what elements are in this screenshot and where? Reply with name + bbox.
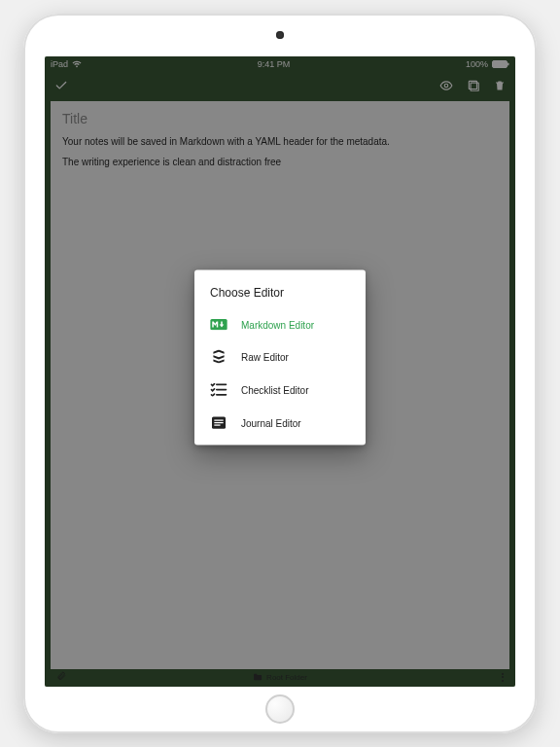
raw-icon <box>210 350 228 364</box>
option-journal-editor[interactable]: Journal Editor <box>194 407 366 440</box>
option-raw-editor[interactable]: Raw Editor <box>194 340 366 374</box>
svg-rect-9 <box>214 424 220 425</box>
option-label: Markdown Editor <box>241 319 314 330</box>
front-camera <box>276 31 284 39</box>
markdown-icon <box>210 319 228 331</box>
svg-rect-8 <box>214 422 223 423</box>
svg-rect-7 <box>214 419 223 420</box>
home-button[interactable] <box>265 694 295 724</box>
tablet-frame: iPad 9:41 PM 100% <box>23 14 537 733</box>
option-label: Raw Editor <box>241 351 289 362</box>
dialog-title: Choose Editor <box>194 286 366 309</box>
option-markdown-editor[interactable]: Markdown Editor <box>194 309 366 340</box>
checklist-icon <box>210 383 228 397</box>
option-checklist-editor[interactable]: Checklist Editor <box>194 374 366 407</box>
journal-icon <box>210 416 228 430</box>
choose-editor-dialog: Choose Editor Markdown Editor Raw Editor <box>194 270 366 445</box>
option-label: Journal Editor <box>241 417 301 428</box>
screen: iPad 9:41 PM 100% <box>45 56 515 687</box>
option-label: Checklist Editor <box>241 384 308 395</box>
